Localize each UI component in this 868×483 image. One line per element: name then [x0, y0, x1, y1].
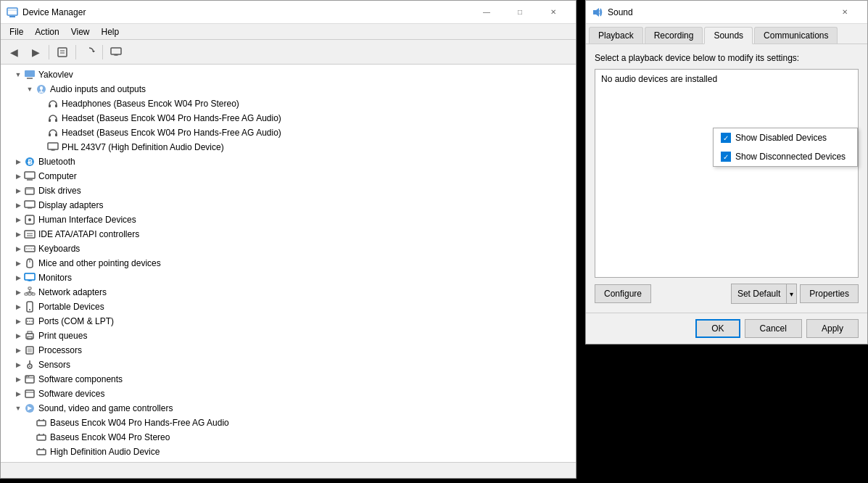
tree-sound-controllers[interactable]: ▼ Sound, video and game controllers	[1, 401, 576, 416]
svg-rect-10	[27, 78, 33, 79]
set-default-arrow[interactable]: ▾	[786, 284, 796, 303]
expander-root[interactable]: ▼	[12, 69, 24, 80]
tree-monitors[interactable]: ▶ Monitors	[1, 271, 576, 285]
ctx-show-disconnected[interactable]: ✓ Show Disconnected Devices	[714, 147, 857, 166]
tree-content[interactable]: ▼ Yakovlev ▼	[1, 65, 576, 462]
ctx-disconnected-label: Show Disconnected Devices	[735, 152, 846, 162]
menu-view[interactable]: View	[65, 25, 96, 38]
portable-icon	[24, 301, 36, 313]
close-button[interactable]: ✕	[537, 1, 570, 24]
cancel-button[interactable]: Cancel	[745, 319, 802, 338]
expander-keyboards[interactable]: ▶	[12, 243, 24, 255]
minimize-button[interactable]: —	[470, 1, 503, 24]
menu-action[interactable]: Action	[29, 25, 65, 38]
tree-processors[interactable]: ▶ Processors	[1, 343, 576, 358]
mice-label: Mice and other pointing devices	[38, 258, 161, 268]
tree-baseus-ag[interactable]: Baseus Encok W04 Pro Hands-Free AG Audio	[1, 416, 576, 430]
expander-portable[interactable]: ▶	[12, 301, 24, 313]
tree-keyboards[interactable]: ▶ Keyboards	[1, 242, 576, 256]
sound-listbox[interactable]: No audio devices are installed ✓ Show Di…	[595, 69, 859, 278]
expander-sw-devices[interactable]: ▶	[12, 388, 24, 400]
tab-playback[interactable]: Playback	[589, 27, 643, 44]
ok-button[interactable]: OK	[695, 319, 740, 338]
ctx-show-disabled[interactable]: ✓ Show Disabled Devices	[714, 128, 857, 147]
tree-software-devices[interactable]: ▶ Software devices	[1, 387, 576, 401]
tree-sensors[interactable]: ▶ Sensors	[1, 358, 576, 372]
bluetooth-label: Bluetooth	[38, 157, 75, 167]
set-default-button[interactable]: Set Default	[732, 284, 786, 303]
tree-software-components[interactable]: ▶ Software components	[1, 372, 576, 387]
expander-bluetooth[interactable]: ▶	[12, 156, 24, 168]
tree-network[interactable]: ▶ Network adapters	[1, 285, 576, 300]
expander-network[interactable]: ▶	[12, 286, 24, 298]
hid-icon	[24, 214, 36, 226]
toolbar-properties[interactable]	[52, 42, 73, 62]
apply-button[interactable]: Apply	[806, 319, 859, 338]
expander-disk[interactable]: ▶	[12, 185, 24, 197]
expander-mice[interactable]: ▶	[12, 257, 24, 269]
expander-hid[interactable]: ▶	[12, 214, 24, 226]
tree-portable[interactable]: ▶ Portable Devices	[1, 300, 576, 314]
headset1-label: Headset (Baseus Encok W04 Pro Hands-Free…	[62, 113, 281, 123]
tree-headset2[interactable]: Headset (Baseus Encok W04 Pro Hands-Free…	[1, 125, 576, 140]
tree-baseus-stereo[interactable]: Baseus Encok W04 Pro Stereo	[1, 430, 576, 445]
expander-display[interactable]: ▶	[12, 199, 24, 211]
svg-rect-48	[32, 293, 35, 295]
tree-root[interactable]: ▼ Yakovlev	[1, 67, 576, 82]
properties-button[interactable]: Properties	[800, 284, 859, 303]
tree-ports[interactable]: ▶ Ports (COM & LPT)	[1, 314, 576, 329]
tab-sounds[interactable]: Sounds	[704, 27, 753, 44]
svg-point-54	[29, 309, 30, 310]
expander-ide[interactable]: ▶	[12, 228, 24, 240]
tree-bluetooth[interactable]: ▶ Ƀ Bluetooth	[1, 154, 576, 169]
ctx-disconnected-checkbox: ✓	[721, 152, 731, 162]
hid-label: Human Interface Devices	[38, 215, 136, 225]
toolbar-monitor[interactable]	[106, 42, 126, 62]
tree-computer[interactable]: ▶ Computer	[1, 169, 576, 183]
expander-processors[interactable]: ▶	[12, 344, 24, 356]
tree-audio-inputs[interactable]: ▼ Audio inputs and outputs	[1, 82, 576, 96]
tree-disk[interactable]: ▶ Disk drives	[1, 183, 576, 198]
sound-tabs: Playback Recording Sounds Communications	[586, 24, 867, 44]
svg-rect-1	[9, 16, 15, 17]
tab-recording[interactable]: Recording	[645, 27, 703, 44]
toolbar-refresh[interactable]	[79, 42, 99, 62]
expander-sensors[interactable]: ▶	[12, 359, 24, 371]
maximize-button[interactable]: □	[503, 1, 537, 24]
svg-rect-81	[37, 450, 46, 455]
titlebar-controls: — □ ✕	[470, 1, 570, 24]
svg-rect-16	[55, 104, 57, 107]
expander-monitors[interactable]: ▶	[12, 272, 24, 284]
tree-mice[interactable]: ▶ Mice and other pointing devices	[1, 256, 576, 271]
tree-print[interactable]: ▶ Print queues	[1, 329, 576, 343]
headset2-icon	[47, 127, 59, 139]
sound-close-button[interactable]: ✕	[828, 1, 861, 24]
expander-ports[interactable]: ▶	[12, 315, 24, 327]
baseus-stereo-label: Baseus Encok W04 Pro Stereo	[50, 432, 170, 442]
menu-help[interactable]: Help	[96, 25, 125, 38]
tree-display[interactable]: ▶ Display adapters	[1, 198, 576, 212]
tree-ide[interactable]: ▶ IDE ATA/ATAPI controllers	[1, 227, 576, 242]
expander-sw-components[interactable]: ▶	[12, 373, 24, 385]
tab-communications[interactable]: Communications	[754, 27, 838, 44]
tree-headset1[interactable]: Headset (Baseus Encok W04 Pro Hands-Free…	[1, 111, 576, 125]
sound-window-title: Sound	[608, 7, 828, 17]
svg-point-70	[28, 376, 30, 378]
tree-hid[interactable]: ▶ Human Interface Devices	[1, 212, 576, 227]
toolbar-forward[interactable]: ▶	[25, 42, 46, 62]
configure-button[interactable]: Configure	[595, 284, 651, 303]
mice-icon	[24, 257, 36, 269]
tree-phl[interactable]: PHL 243V7 (High Definition Audio Device)	[1, 140, 576, 154]
sound-desc: Select a playback device below to modify…	[595, 53, 859, 63]
tree-hd-audio[interactable]: High Definition Audio Device	[1, 445, 576, 459]
expander-audio[interactable]: ▼	[24, 83, 36, 95]
svg-rect-12	[40, 86, 43, 90]
toolbar-back[interactable]: ◀	[4, 42, 24, 62]
expander-sound[interactable]: ▼	[12, 402, 24, 414]
menu-file[interactable]: File	[4, 25, 29, 38]
statusbar	[1, 462, 576, 478]
expander-print[interactable]: ▶	[12, 330, 24, 342]
svg-rect-6	[111, 48, 121, 54]
expander-computer[interactable]: ▶	[12, 170, 24, 182]
tree-headphones[interactable]: Headphones (Baseus Encok W04 Pro Stereo)	[1, 96, 576, 111]
